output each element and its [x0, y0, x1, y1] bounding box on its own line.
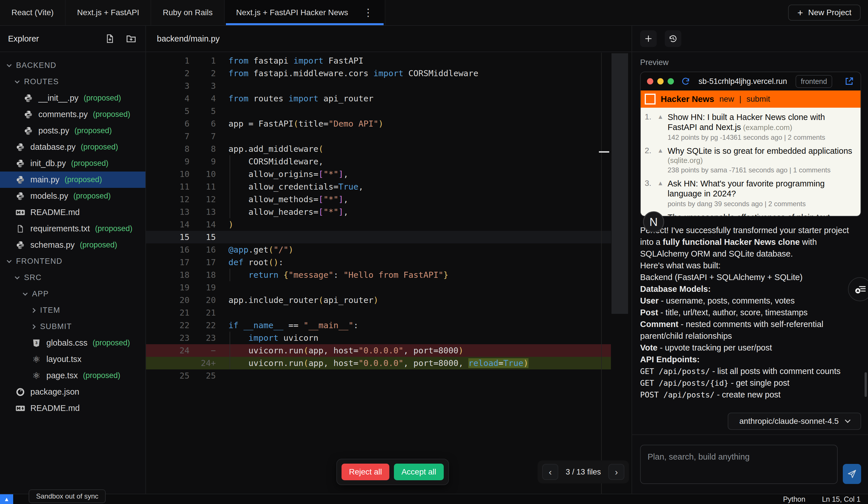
- prev-file-button[interactable]: ‹: [542, 464, 558, 480]
- folder-frontend[interactable]: FRONTEND: [0, 253, 145, 269]
- tree-item-label: layout.tsx: [46, 354, 82, 364]
- accept-all-button[interactable]: Accept all: [394, 464, 443, 480]
- history-button[interactable]: [665, 30, 681, 47]
- code-line-6[interactable]: 66app = FastAPI(title="Demo API"): [146, 117, 611, 130]
- prompt-input[interactable]: Plan, search, build anything: [640, 445, 838, 484]
- code-line-10[interactable]: 1010 allow_origins=["*"],: [146, 168, 611, 181]
- file-main-py[interactable]: main.py(proposed): [0, 172, 145, 188]
- reject-all-button[interactable]: Reject all: [342, 464, 389, 480]
- code-line-9[interactable]: 99 CORSMiddleware,: [146, 155, 611, 168]
- new-folder-button[interactable]: [125, 32, 137, 45]
- code-line-25[interactable]: 24+ uvicorn.run(app, host="0.0.0.0", por…: [146, 357, 611, 369]
- gutter-new-line-number: 4: [189, 94, 216, 103]
- folder-routes[interactable]: ROUTES: [0, 74, 145, 90]
- hn-post-title[interactable]: Why SQLite is so great for embedded appl…: [668, 146, 852, 155]
- hn-nav-submit[interactable]: submit: [746, 94, 770, 104]
- next-file-button[interactable]: ›: [608, 464, 624, 480]
- file-package-json[interactable]: package.json: [0, 384, 145, 400]
- code-line-15[interactable]: 1515: [146, 231, 611, 244]
- new-chat-button[interactable]: [640, 30, 657, 47]
- tab-ruby-on-rails[interactable]: Ruby on Rails: [151, 0, 225, 25]
- code-line-19[interactable]: 1919: [146, 281, 611, 294]
- preview-url[interactable]: sb-51crhlp4ljhg.vercel.run: [699, 77, 787, 86]
- new-file-button[interactable]: [104, 32, 116, 45]
- code-line-22[interactable]: 2222if __name__ == "__main__":: [146, 319, 611, 332]
- hn-nav-new[interactable]: new: [720, 94, 734, 104]
- window-close-dot[interactable]: [647, 78, 653, 84]
- new-project-button[interactable]: + New Project: [788, 4, 860, 21]
- code-line-18[interactable]: 1818 return {"message": "Hello from Fast…: [146, 269, 611, 281]
- proposed-badge: (proposed): [65, 175, 102, 184]
- assistant-text-line-2: Here's what was built:: [640, 260, 861, 271]
- tab-menu-icon[interactable]: ⋮: [363, 8, 373, 18]
- hn-post-content: Ask HN: What's your favorite programming…: [668, 179, 855, 208]
- file-readme-md[interactable]: README.md: [0, 204, 145, 220]
- code-line-23[interactable]: 2323 import uvicorn: [146, 332, 611, 344]
- code-line-11[interactable]: 1111 allow_credentials=True,: [146, 181, 611, 193]
- file-page-tsx[interactable]: ⚛page.tsx(proposed): [0, 367, 145, 384]
- folder-submit[interactable]: SUBMIT: [0, 318, 145, 335]
- code-line-13[interactable]: 1313 allow_headers=["*"],: [146, 206, 611, 218]
- folder-backend[interactable]: BACKEND: [0, 57, 145, 74]
- code-line-1[interactable]: 11from fastapi import FastAPI: [146, 54, 611, 67]
- code-line-14[interactable]: 1414): [146, 218, 611, 231]
- send-button[interactable]: [843, 464, 861, 484]
- code-text: import uvicorn: [216, 333, 318, 343]
- code-line-5[interactable]: 55: [146, 105, 611, 117]
- tab-next-js-fastapi[interactable]: Next.js + FastAPI: [65, 0, 151, 25]
- code-editor[interactable]: 11from fastapi import FastAPI22from fast…: [146, 52, 611, 494]
- tab-react-vite[interactable]: React (Vite): [0, 0, 65, 25]
- hn-post-title[interactable]: The unreasonable effectiveness of plain …: [668, 213, 830, 216]
- chevron-right-icon: [31, 324, 36, 329]
- window-maximize-dot[interactable]: [668, 78, 674, 84]
- code-line-2[interactable]: 22from fastapi.middleware.cors import CO…: [146, 67, 611, 80]
- folder-src[interactable]: SRC: [0, 269, 145, 286]
- code-line-16[interactable]: 1616@app.get("/"): [146, 244, 611, 256]
- model-selector[interactable]: anthropic/claude-sonnet-4.5: [728, 413, 861, 430]
- tab-next-js-fastapi-hacker-news[interactable]: Next.js + FastAPI Hacker News⋮: [225, 0, 385, 25]
- cursor-position[interactable]: Ln 15, Col 1: [822, 495, 860, 503]
- editor-scrollbar[interactable]: [611, 53, 628, 314]
- upvote-icon[interactable]: ▲: [657, 179, 668, 208]
- code-line-24[interactable]: 24− uvicorn.run(app, host="0.0.0.0", por…: [146, 344, 611, 357]
- upvote-icon[interactable]: ▲: [657, 112, 668, 142]
- nextjs-dev-badge[interactable]: N: [643, 211, 664, 233]
- code-line-4[interactable]: 44from routes import api_router: [146, 92, 611, 105]
- file-readme-md[interactable]: README.md: [0, 400, 145, 416]
- file-globals-css[interactable]: 3globals.css(proposed): [0, 335, 145, 351]
- file-schemas-py[interactable]: schemas.py(proposed): [0, 237, 145, 253]
- code-line-21[interactable]: 2121: [146, 306, 611, 319]
- indent-guide: [230, 206, 230, 218]
- file-init-py[interactable]: __init__.py(proposed): [0, 90, 145, 106]
- proposed-badge: (proposed): [95, 224, 133, 233]
- file-database-py[interactable]: database.py(proposed): [0, 139, 145, 155]
- task-list-icon: [854, 283, 866, 296]
- upvote-icon[interactable]: ▲: [657, 146, 668, 174]
- vercel-logo[interactable]: ▲: [0, 494, 13, 504]
- code-line-3[interactable]: 33: [146, 80, 611, 92]
- open-external-button[interactable]: [844, 76, 854, 86]
- file-comments-py[interactable]: comments.py(proposed): [0, 106, 145, 123]
- code-line-12[interactable]: 1212 allow_methods=["*"],: [146, 193, 611, 206]
- language-indicator[interactable]: Python: [783, 495, 805, 503]
- gutter-new-line-number: 9: [189, 157, 216, 166]
- hn-post-title[interactable]: Ask HN: What's your favorite programming…: [668, 179, 825, 198]
- folder-app[interactable]: APP: [0, 286, 145, 302]
- file-requirements-txt[interactable]: requirements.txt(proposed): [0, 220, 145, 237]
- code-line-17[interactable]: 1717def root():: [146, 256, 611, 269]
- chat-scrollbar[interactable]: [865, 372, 867, 397]
- file-models-py[interactable]: models.py(proposed): [0, 188, 145, 204]
- folder-item[interactable]: ITEM: [0, 302, 145, 318]
- code-line-26[interactable]: 2525: [146, 369, 611, 382]
- sandbox-sync-status[interactable]: Sandbox out of sync: [29, 490, 106, 503]
- new-project-label: New Project: [808, 8, 851, 17]
- file-init-db-py[interactable]: init_db.py(proposed): [0, 155, 145, 172]
- assistant-text-line-11: GET /api/posts/{id} - get single post: [640, 377, 861, 389]
- file-layout-tsx[interactable]: ⚛layout.tsx: [0, 351, 145, 367]
- code-line-7[interactable]: 77: [146, 130, 611, 143]
- refresh-icon[interactable]: [681, 76, 691, 86]
- code-line-8[interactable]: 88app.add_middleware(: [146, 143, 611, 155]
- file-posts-py[interactable]: posts.py(proposed): [0, 123, 145, 139]
- window-minimize-dot[interactable]: [657, 78, 664, 84]
- code-line-20[interactable]: 2020app.include_router(api_router): [146, 294, 611, 306]
